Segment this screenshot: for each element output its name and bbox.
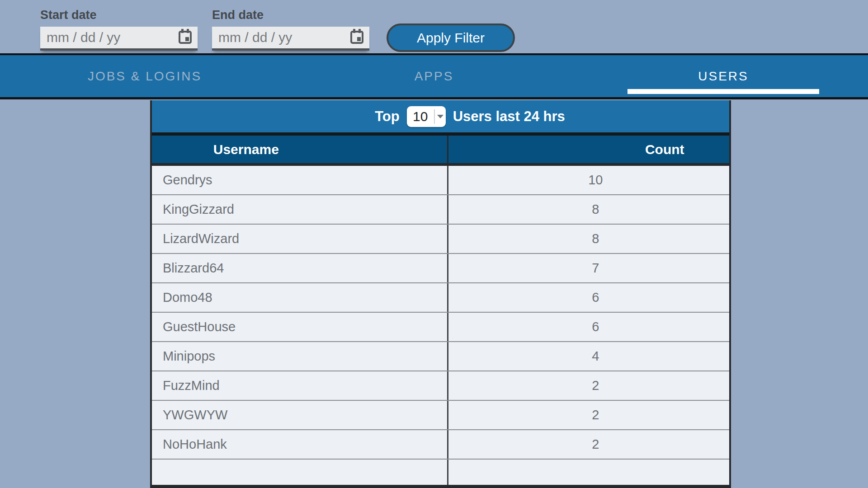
count-cell <box>447 460 729 485</box>
filter-bar: Start date mm / dd / yy End date mm / dd… <box>0 0 868 55</box>
count-cell: 8 <box>447 195 729 224</box>
username-cell: Blizzard64 <box>152 254 447 282</box>
count-cell: 6 <box>447 283 729 312</box>
end-date-label: End date <box>212 8 369 22</box>
table-row: Minipops 4 <box>152 342 729 371</box>
calendar-icon[interactable] <box>350 29 364 46</box>
table-row: Gendrys 10 <box>152 166 729 195</box>
start-date-input[interactable]: mm / dd / yy <box>40 27 198 51</box>
column-header-count: Count <box>447 136 729 163</box>
table-row: GuestHouse 6 <box>152 313 729 342</box>
active-tab-underline <box>627 89 819 94</box>
username-cell: KingGizzard <box>152 195 447 224</box>
username-cell: NoHoHank <box>152 430 447 459</box>
username-cell: Domo48 <box>152 283 447 312</box>
calendar-icon[interactable] <box>178 29 192 46</box>
app-screen: Start date mm / dd / yy End date mm / dd… <box>0 0 868 488</box>
start-date-field: Start date mm / dd / yy <box>40 8 198 51</box>
tab-jobs-logins[interactable]: JOBS & LOGINS <box>0 55 289 97</box>
apply-filter-button[interactable]: Apply Filter <box>387 23 515 52</box>
end-date-placeholder: mm / dd / yy <box>218 30 292 45</box>
tab-users[interactable]: USERS <box>579 55 868 97</box>
chevron-down-icon <box>435 106 446 127</box>
panel-title: Top 10 Users last 24 hrs <box>375 106 565 127</box>
tab-label: JOBS & LOGINS <box>88 69 202 84</box>
table-body: Gendrys 10 KingGizzard 8 LizardWizard 8 … <box>152 166 729 485</box>
count-cell: 8 <box>447 225 729 253</box>
username-cell: Minipops <box>152 342 447 371</box>
start-date-placeholder: mm / dd / yy <box>47 30 120 45</box>
end-date-input[interactable]: mm / dd / yy <box>212 27 369 51</box>
start-date-label: Start date <box>40 8 198 22</box>
table-header-row: Username Count <box>152 136 729 166</box>
top-users-panel: Top 10 Users last 24 hrs Username Count … <box>150 100 731 488</box>
username-cell: Gendrys <box>152 166 447 194</box>
table-row-empty <box>152 460 729 485</box>
table-row: LizardWizard 8 <box>152 225 729 254</box>
top-n-select[interactable]: 10 <box>407 106 446 127</box>
table-row: Blizzard64 7 <box>152 254 729 283</box>
count-cell: 2 <box>447 371 729 400</box>
tab-label: APPS <box>415 69 454 84</box>
column-header-username: Username <box>152 136 447 163</box>
tab-label: USERS <box>698 69 748 84</box>
panel-title-suffix: Users last 24 hrs <box>453 108 565 125</box>
username-cell: FuzzMind <box>152 371 447 400</box>
count-cell: 10 <box>447 166 729 194</box>
panel-title-prefix: Top <box>375 108 400 125</box>
username-cell: YWGWYW <box>152 401 447 429</box>
count-cell: 2 <box>447 430 729 459</box>
end-date-field: End date mm / dd / yy <box>212 8 369 51</box>
nav-tab-bar: JOBS & LOGINS APPS USERS <box>0 53 868 99</box>
username-cell: LizardWizard <box>152 225 447 253</box>
table-row: KingGizzard 8 <box>152 195 729 225</box>
tab-apps[interactable]: APPS <box>289 55 579 97</box>
count-cell: 7 <box>447 254 729 282</box>
table-row: YWGWYW 2 <box>152 401 729 430</box>
username-cell: GuestHouse <box>152 313 447 341</box>
username-cell <box>152 460 447 485</box>
count-cell: 2 <box>447 401 729 429</box>
table-row: FuzzMind 2 <box>152 371 729 401</box>
table-row: Domo48 6 <box>152 283 729 313</box>
count-cell: 4 <box>447 342 729 371</box>
table-row: NoHoHank 2 <box>152 430 729 460</box>
panel-header: Top 10 Users last 24 hrs <box>152 100 729 136</box>
count-cell: 6 <box>447 313 729 341</box>
top-n-value: 10 <box>407 106 434 127</box>
